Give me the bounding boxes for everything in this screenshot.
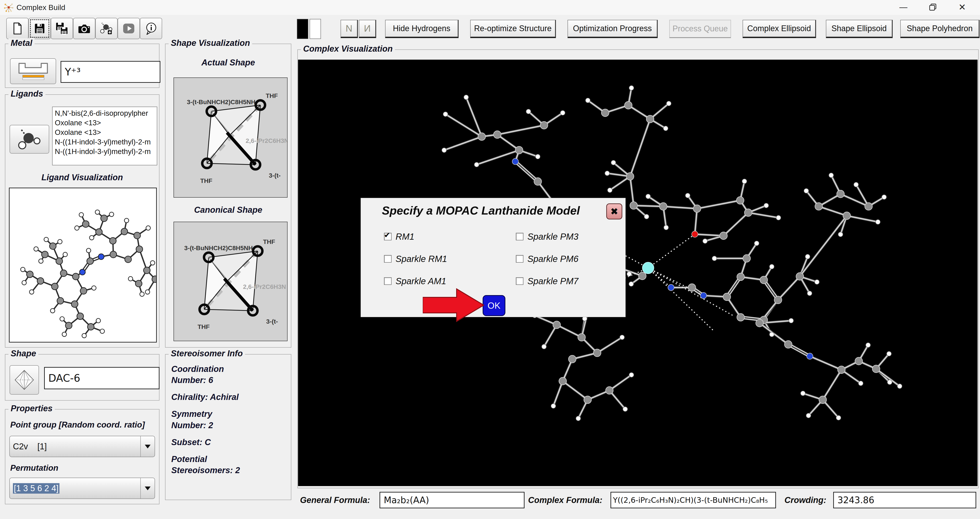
stereoisomer-info-text: Coordination Number: 6Chirality: Achiral…: [171, 363, 240, 482]
checkbox-label: Sparkle PM7: [527, 276, 578, 286]
dialog-close-button[interactable]: ✖: [606, 203, 622, 219]
viz-button-hide-hydrogens[interactable]: Hide Hydrogens: [385, 20, 458, 38]
ligand-list-item[interactable]: Oxolane <13>: [55, 118, 154, 127]
periodic-table-icon: [14, 62, 52, 81]
point-group-label: Point group [Random coord. ratio]: [10, 420, 145, 430]
stereo-info-line: Symmetry Number: 2: [171, 408, 240, 431]
checkbox-row-rm1[interactable]: ✔RM1: [384, 230, 414, 243]
mopac-lanthanide-dialog: Specify a MOPAC Lanthanide Model ✖ OK ✔R…: [361, 198, 626, 317]
permutation-value: [1 3 5 6 2 4]: [13, 483, 59, 494]
title-bar[interactable]: Complex Build — ✕: [0, 0, 980, 15]
checkbox[interactable]: [384, 277, 391, 285]
shape-picker-button[interactable]: [10, 365, 39, 395]
stereo-info-line: Coordination Number: 6: [171, 363, 240, 386]
metal-group-label: Metal: [8, 38, 35, 48]
ligand-list-item[interactable]: N-((1H-indol-3-yl)methyl)-2-m: [55, 137, 154, 147]
minimize-button[interactable]: —: [889, 0, 918, 14]
checkbox-row-sparkle-pm7[interactable]: Sparkle PM7: [516, 275, 578, 288]
ligand-molecule-icon: [17, 128, 41, 151]
stereo-info-line: Potential Stereoisomers: 2: [171, 454, 240, 476]
shape-visualization-group-label: Shape Visualization: [169, 38, 252, 48]
checkbox[interactable]: ✔: [384, 233, 391, 240]
shape-visualization-group: Shape Visualization Actual Shape 3-(t-Bu…: [165, 44, 291, 348]
app-icon: [3, 2, 14, 13]
stereo-info-line: Subset: C: [171, 436, 240, 448]
permutation-combo[interactable]: [1 3 5 6 2 4]: [10, 478, 155, 499]
maximize-button[interactable]: [918, 0, 948, 14]
point-group-value: C2v [1]: [10, 436, 140, 457]
info-button[interactable]: [140, 18, 162, 39]
metal-group: Metal Y⁺³: [5, 44, 159, 88]
stereo-info-line: Chirality: Achiral: [171, 392, 240, 403]
play-video-icon: [122, 22, 135, 35]
properties-group: Properties Point group [Random coord. ra…: [5, 409, 159, 504]
checkbox-label: RM1: [396, 232, 414, 242]
checkbox[interactable]: [516, 255, 523, 263]
metal-input[interactable]: Y⁺³: [60, 61, 161, 83]
checkbox[interactable]: [384, 255, 391, 263]
svg-text:3-(t-BuNHCH2)C8H5NH: 3-(t-BuNHCH2)C8H5NH: [184, 244, 253, 251]
checkbox-row-sparkle-pm3[interactable]: Sparkle PM3: [516, 230, 578, 243]
svg-text:3-(t-: 3-(t-: [269, 172, 281, 179]
properties-group-label: Properties: [8, 404, 55, 413]
checkbox-label: Sparkle PM6: [527, 254, 578, 264]
background-black-swatch[interactable]: [297, 19, 308, 39]
shape-input[interactable]: DAC-6: [44, 367, 159, 389]
svg-text:THF: THF: [263, 238, 275, 245]
checkbox[interactable]: [516, 277, 523, 285]
viz-toolbar: NИHide HydrogensRe-optimize StructureOpt…: [297, 19, 980, 38]
restore-icon: [929, 3, 937, 11]
ligand-list[interactable]: N,N'-bis(2,6-di-isopropylpherOxolane <13…: [52, 106, 157, 165]
viz-button-re-optimize-structure[interactable]: Re-optimize Structure: [470, 20, 556, 38]
ligand-molecule-drawing: [10, 188, 156, 342]
checkbox-label: Sparkle RM1: [396, 254, 447, 264]
viz-button-и[interactable]: И: [359, 20, 376, 38]
general-formula-input[interactable]: Ma₂b₂(AA): [380, 492, 525, 508]
stereoisomer-info-group: Stereoisomer Info Coordination Number: 6…: [165, 354, 291, 500]
svg-text:THF: THF: [197, 323, 210, 330]
svg-text:3-(t-: 3-(t-: [266, 318, 278, 325]
viz-button-optimization-progress[interactable]: Optimization Progress: [568, 20, 658, 38]
crowding-label: Crowding:: [784, 492, 826, 508]
canonical-shape-label: Canonical Shape: [165, 205, 291, 215]
new-file-button[interactable]: [6, 18, 29, 39]
save-button[interactable]: [29, 18, 51, 39]
canonical-shape-canvas: 3-(t-BuNHCH2)C8H5NHTHF2,6-iPr2C6H3NTHF3-…: [173, 222, 288, 341]
checkbox-row-sparkle-pm6[interactable]: Sparkle PM6: [516, 252, 578, 265]
permutation-dropdown-arrow[interactable]: [140, 478, 154, 498]
point-group-combo[interactable]: C2v [1]: [10, 436, 155, 457]
save-all-button[interactable]: [51, 18, 73, 39]
ligands-group-label: Ligands: [8, 89, 45, 98]
canonical-shape-drawing: 3-(t-BuNHCH2)C8H5NHTHF2,6-iPr2C6H3NTHF3-…: [174, 222, 287, 341]
complex-formula-input[interactable]: Y((2,6-iPr₂C₆H₃N)₂CH)(3-(t-BuNHCH₂)C₈H₅: [611, 492, 776, 508]
checkbox-row-sparkle-rm1[interactable]: Sparkle RM1: [384, 252, 447, 265]
background-white-swatch[interactable]: [310, 19, 321, 39]
shape-group-label: Shape: [8, 349, 38, 358]
svg-text:THF: THF: [266, 92, 278, 99]
viz-button-shape-polyhedron[interactable]: Shape Polyhedron: [900, 20, 980, 38]
viz-button-complex-ellipsoid[interactable]: Complex Ellipsoid: [743, 20, 816, 38]
actual-shape-drawing: 3-(t-BuNHCH2)C8H5NHTHF2,6-iPr2C6H3NTHF3-…: [174, 78, 287, 197]
viz-button-shape-ellipsoid[interactable]: Shape Ellipsoid: [826, 20, 893, 38]
attention-arrow: [423, 288, 485, 322]
close-button[interactable]: ✕: [948, 0, 977, 14]
ligand-list-item[interactable]: Oxolane <13>: [55, 127, 154, 137]
crowding-input[interactable]: 3243.86: [833, 492, 976, 508]
snapshot-button[interactable]: [73, 18, 95, 39]
ok-button[interactable]: OK: [483, 295, 505, 316]
checkbox-row-sparkle-am1[interactable]: Sparkle AM1: [384, 275, 446, 288]
periodic-table-button[interactable]: [10, 58, 56, 84]
run-video-button[interactable]: [118, 18, 140, 39]
svg-text:2,6-iPr2C6H3N: 2,6-iPr2C6H3N: [243, 283, 286, 290]
add-ligand-button[interactable]: [95, 18, 118, 39]
camera-icon: [77, 22, 91, 35]
point-group-dropdown-arrow[interactable]: [140, 436, 154, 457]
ligand-list-item[interactable]: N,N'-bis(2,6-di-isopropylpher: [55, 108, 154, 118]
checkbox-label: Sparkle AM1: [396, 276, 446, 286]
viz-button-n[interactable]: N: [340, 20, 358, 38]
ligand-list-item[interactable]: N-((1H-indol-3-yl)methyl)-2-m: [55, 147, 154, 156]
new-file-icon: [11, 22, 24, 35]
ligand-picker-button[interactable]: [10, 125, 49, 154]
check-icon: ✔: [384, 230, 390, 240]
checkbox[interactable]: [516, 233, 523, 240]
